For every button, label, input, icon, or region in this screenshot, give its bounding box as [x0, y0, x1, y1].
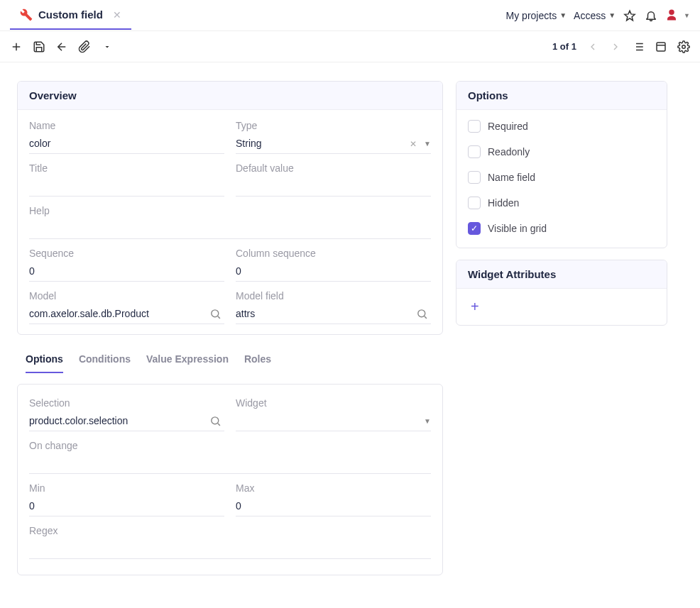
body-area: Overview Name color Type String ✕: [0, 62, 700, 594]
tab-custom-field[interactable]: Custom field ✕: [10, 1, 131, 30]
tab-value-expression[interactable]: Value Expression: [146, 346, 229, 373]
chevron-down-icon[interactable]: ▼: [421, 417, 431, 425]
type-value: String: [236, 136, 410, 152]
save-button[interactable]: [33, 40, 45, 53]
model-input[interactable]: com.axelor.sale.db.Product: [29, 304, 224, 324]
default-input[interactable]: [236, 177, 431, 197]
label-required: Required: [488, 121, 528, 132]
tab-close-icon[interactable]: ✕: [113, 9, 121, 21]
default-label: Default value: [236, 162, 431, 174]
title-value: [29, 179, 224, 194]
search-icon[interactable]: [207, 415, 224, 427]
modelfield-input[interactable]: attrs: [236, 304, 431, 324]
tab-bar-right: My projects ▼ Access ▼ ▼: [506, 9, 690, 23]
row-visible-in-grid: ✓ Visible in grid: [468, 222, 655, 235]
row-readonly: Readonly: [468, 145, 655, 158]
checkbox-namefield[interactable]: [468, 171, 481, 184]
my-projects-menu[interactable]: My projects ▼: [506, 10, 567, 21]
modelfield-label: Model field: [236, 290, 431, 302]
widget-select[interactable]: ▼: [236, 411, 431, 431]
options-panel: Options Required Readonly Name field Hid…: [456, 81, 667, 248]
search-icon[interactable]: [207, 308, 224, 320]
title-input[interactable]: [29, 177, 224, 197]
help-input[interactable]: [29, 219, 431, 239]
search-icon[interactable]: [413, 308, 431, 320]
model-value: com.axelor.sale.db.Product: [29, 306, 207, 322]
field-min: Min 0: [29, 482, 224, 516]
pager-label: 1 of 1: [552, 41, 576, 52]
pager-next[interactable]: [609, 40, 622, 53]
star-icon[interactable]: [623, 9, 637, 23]
overview-panel: Overview Name color Type String ✕: [17, 81, 443, 335]
field-regex: Regex: [29, 525, 431, 559]
name-value: color: [29, 136, 224, 152]
tab-title-label: Custom field: [38, 9, 103, 21]
svg-line-7: [218, 424, 220, 426]
svg-line-5: [425, 316, 427, 319]
side-column: Options Required Readonly Name field Hid…: [456, 81, 667, 337]
regex-input[interactable]: [29, 539, 431, 559]
access-menu[interactable]: Access ▼: [574, 10, 616, 21]
field-default-value: Default value: [236, 162, 431, 197]
caret-down-icon: ▼: [608, 11, 616, 19]
checkbox-hidden[interactable]: [468, 197, 481, 209]
max-input[interactable]: 0: [236, 497, 431, 516]
default-value-value: [236, 179, 431, 194]
field-column-sequence: Column sequence 0: [236, 248, 431, 282]
colseq-input[interactable]: 0: [236, 262, 431, 282]
type-select[interactable]: String ✕ ▼: [236, 134, 431, 154]
tab-conditions[interactable]: Conditions: [79, 346, 131, 373]
help-label: Help: [29, 205, 431, 216]
attach-button[interactable]: [78, 40, 91, 53]
min-value: 0: [29, 499, 224, 514]
regex-label: Regex: [29, 525, 431, 536]
onchange-input[interactable]: [29, 454, 431, 474]
svg-rect-0: [657, 43, 665, 51]
overview-panel-title: Overview: [18, 82, 442, 110]
field-widget: Widget ▼: [236, 397, 431, 431]
bell-icon[interactable]: [644, 9, 658, 23]
svg-point-6: [212, 417, 219, 424]
wrench-icon: [20, 9, 33, 21]
pager-prev[interactable]: [586, 40, 599, 53]
regex-value: [29, 541, 431, 557]
my-projects-label: My projects: [506, 10, 557, 21]
help-value: [29, 221, 431, 237]
label-namefield: Name field: [488, 172, 535, 183]
widget-value: [236, 414, 421, 429]
chevron-down-icon[interactable]: ▼: [421, 140, 431, 148]
field-model: Model com.axelor.sale.db.Product: [29, 290, 224, 324]
add-widget-attr-button[interactable]: +: [468, 296, 482, 317]
row-namefield: Name field: [468, 171, 655, 184]
widget-label: Widget: [236, 397, 431, 409]
toolbar-right: 1 of 1: [552, 40, 690, 53]
label-readonly: Readonly: [488, 146, 530, 157]
more-dropdown[interactable]: [101, 40, 114, 53]
check-icon: ✓: [471, 224, 478, 233]
list-view-button[interactable]: [632, 40, 645, 53]
type-label: Type: [236, 120, 431, 131]
tab-roles[interactable]: Roles: [244, 346, 271, 373]
options-tab-panel: Selection product.color.selection Widget…: [17, 384, 443, 575]
max-value: 0: [236, 499, 431, 514]
user-icon[interactable]: [665, 9, 679, 23]
checkbox-visible-in-grid[interactable]: ✓: [468, 222, 481, 235]
user-caret-icon[interactable]: ▼: [684, 12, 690, 19]
form-view-button[interactable]: [655, 40, 667, 53]
title-label: Title: [29, 162, 224, 174]
min-input[interactable]: 0: [29, 497, 224, 516]
name-input[interactable]: color: [29, 134, 224, 154]
settings-button[interactable]: [677, 40, 690, 53]
tab-options[interactable]: Options: [26, 346, 63, 373]
selection-input[interactable]: product.color.selection: [29, 411, 224, 431]
name-label: Name: [29, 120, 224, 131]
back-button[interactable]: [55, 40, 68, 53]
sequence-value: 0: [29, 264, 224, 280]
widget-attributes-panel: Widget Attributes +: [456, 260, 667, 326]
clear-icon[interactable]: ✕: [410, 139, 421, 149]
sequence-input[interactable]: 0: [29, 262, 224, 282]
checkbox-required[interactable]: [468, 120, 481, 133]
checkbox-readonly[interactable]: [468, 145, 481, 158]
new-button[interactable]: [10, 40, 23, 53]
svg-point-4: [418, 310, 425, 317]
